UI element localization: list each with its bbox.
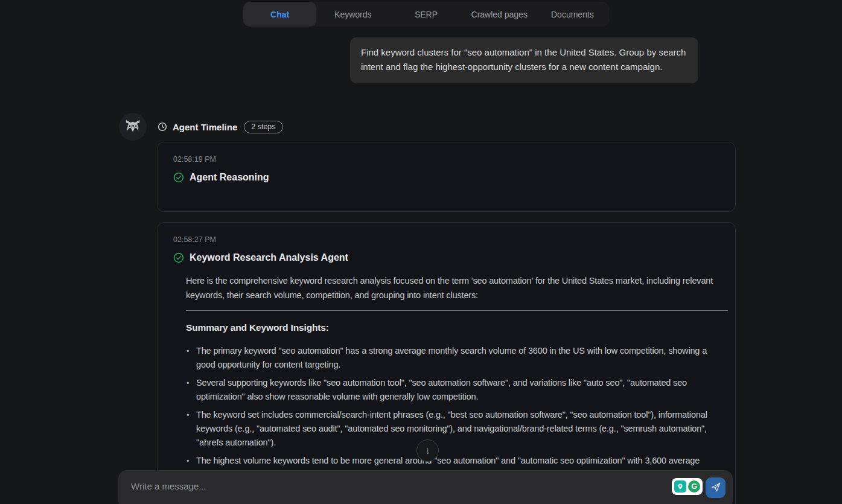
languagetool-icon[interactable] <box>674 480 686 493</box>
agent-avatar <box>119 113 147 141</box>
message-input[interactable] <box>130 480 661 492</box>
grammarly-icon[interactable]: G <box>688 480 700 493</box>
owl-logo-icon <box>124 116 142 137</box>
send-button[interactable] <box>706 477 726 498</box>
step-timestamp: 02:58:19 PM <box>173 155 735 164</box>
divider <box>186 310 728 311</box>
check-circle-icon <box>173 252 184 263</box>
timeline-step-card-keyword-analysis[interactable]: 02:58:27 PM Keyword Research Analysis Ag… <box>157 222 736 504</box>
message-composer: G <box>118 470 733 504</box>
step-title: Keyword Research Analysis Agent <box>190 252 348 263</box>
tab-chat[interactable]: Chat <box>243 2 316 27</box>
tab-serp[interactable]: SERP <box>389 2 462 27</box>
insights-list: The primary keyword "seo automation" has… <box>186 344 728 482</box>
clock-icon <box>158 122 167 132</box>
steps-count-badge: 2 steps <box>244 121 282 133</box>
insight-item: The keyword set includes commercial/sear… <box>186 408 728 450</box>
tab-documents[interactable]: Documents <box>536 2 609 27</box>
insight-item: The primary keyword "seo automation" has… <box>186 344 728 372</box>
step-title: Agent Reasoning <box>190 172 269 183</box>
browser-extension-pill: G <box>672 478 703 495</box>
step-body: Here is the comprehensive keyword resear… <box>186 273 728 482</box>
tab-keywords[interactable]: Keywords <box>316 2 389 27</box>
analysis-intro: Here is the comprehensive keyword resear… <box>186 273 728 302</box>
send-plane-icon <box>710 482 721 494</box>
section-heading: Summary and Keyword Insights: <box>186 321 728 335</box>
step-timestamp: 02:58:27 PM <box>173 235 735 244</box>
scroll-to-bottom-button[interactable]: ↓ <box>416 439 439 462</box>
timeline-title: Agent Timeline <box>173 122 237 132</box>
agent-timeline-header: Agent Timeline 2 steps <box>119 113 283 141</box>
tab-bar: Chat Keywords SERP Crawled pages Documen… <box>243 2 609 27</box>
insight-item: Several supporting keywords like "seo au… <box>186 376 728 404</box>
tab-crawled-pages[interactable]: Crawled pages <box>463 2 536 27</box>
user-message-bubble: Find keyword clusters for "seo automatio… <box>350 37 698 83</box>
timeline-step-card-reasoning[interactable]: 02:58:19 PM Agent Reasoning <box>157 142 736 212</box>
check-circle-icon <box>173 172 184 183</box>
chat-page: Chat Keywords SERP Crawled pages Documen… <box>0 0 842 504</box>
down-arrow-icon: ↓ <box>425 445 430 457</box>
